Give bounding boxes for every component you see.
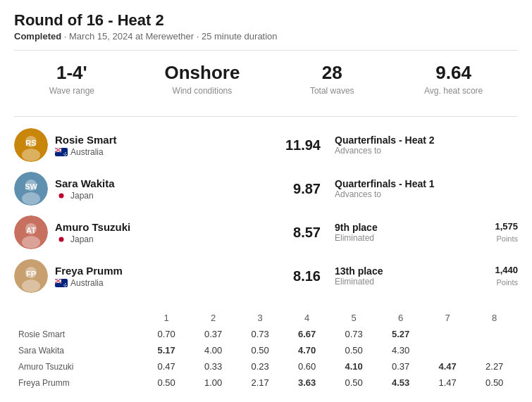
header-divider bbox=[14, 50, 518, 51]
athlete-country: Australia bbox=[55, 278, 278, 288]
athlete-name: Freya Prumm bbox=[55, 265, 278, 277]
wave-score-cell: 0.50 bbox=[471, 375, 518, 391]
stat-wave-range: 1-4' Wave range bbox=[49, 62, 94, 96]
avatar: AT bbox=[14, 215, 48, 249]
svg-point-27 bbox=[59, 237, 64, 241]
points-value: 1,575 bbox=[476, 221, 518, 232]
column-header: 3 bbox=[237, 310, 284, 326]
column-header: 1 bbox=[143, 310, 190, 326]
athlete-score: 8.57 bbox=[278, 225, 321, 241]
australia-flag-icon bbox=[55, 279, 68, 287]
wave-score-cell: 4.30 bbox=[377, 342, 424, 358]
status-badge: Completed bbox=[14, 31, 61, 42]
event-details: · March 15, 2024 at Merewether · 25 minu… bbox=[64, 31, 278, 42]
wave-score-cell: 0.23 bbox=[237, 358, 284, 375]
stat-avg-score: 9.64 Avg. heat score bbox=[424, 62, 483, 96]
table-row: Sara Wakita5.174.000.504.700.504.30 bbox=[14, 342, 518, 358]
athlete-info: Amuro Tsuzuki Japan bbox=[55, 221, 278, 244]
avatar: RS bbox=[14, 128, 48, 162]
wave-score-cell: 1.00 bbox=[190, 375, 237, 391]
svg-text:AT: AT bbox=[26, 226, 36, 234]
wave-score-cell: 4.47 bbox=[424, 358, 471, 375]
svg-point-2 bbox=[22, 149, 40, 161]
wave-score-cell bbox=[471, 342, 518, 358]
wave-score-cell: 0.50 bbox=[330, 375, 378, 391]
result-secondary: Advances to bbox=[335, 146, 476, 156]
result-primary: Quarterfinals - Heat 1 bbox=[335, 178, 476, 189]
avg-score-label: Avg. heat score bbox=[424, 86, 483, 96]
wave-score-cell: 0.50 bbox=[237, 342, 284, 358]
athlete-info: Freya Prumm Australia bbox=[55, 265, 278, 288]
athlete-name: Amuro Tsuzuki bbox=[55, 221, 278, 233]
page-title: Round of 16 - Heat 2 bbox=[14, 11, 518, 30]
column-header: 6 bbox=[377, 310, 424, 326]
japan-flag-icon bbox=[55, 235, 68, 244]
athlete-info: Sara Wakita Japan bbox=[55, 177, 278, 201]
points-label: Points bbox=[496, 278, 518, 287]
column-header: 7 bbox=[424, 310, 471, 326]
total-waves-label: Total waves bbox=[310, 86, 354, 96]
result-secondary: Eliminated bbox=[335, 277, 476, 287]
athlete-result: 13th place Eliminated bbox=[335, 265, 476, 287]
athletes-section: RS Rosie Smart Australia 11.94 Quarterfi… bbox=[14, 128, 518, 293]
wave-score-cell bbox=[424, 326, 471, 342]
wave-score-cell: 6.67 bbox=[283, 326, 330, 342]
wave-score-cell: 0.60 bbox=[283, 358, 330, 375]
wave-score-cell: 2.27 bbox=[471, 358, 518, 375]
wave-score-cell: 3.63 bbox=[283, 375, 330, 391]
svg-point-18 bbox=[22, 192, 40, 205]
table-row: Freya Prumm0.501.002.173.630.504.531.470… bbox=[14, 375, 518, 391]
stats-row: 1-4' Wave range Onshore Wind conditions … bbox=[14, 62, 518, 102]
wave-score-cell: 0.73 bbox=[237, 326, 284, 342]
athlete-name: Rosie Smart bbox=[55, 134, 278, 146]
athlete-row-name: Rosie Smart bbox=[14, 326, 143, 342]
svg-point-41 bbox=[65, 283, 66, 284]
wave-score-cell: 4.53 bbox=[377, 375, 424, 391]
athlete-row-name: Amuro Tsuzuki bbox=[14, 358, 143, 375]
wave-score-cell: 0.47 bbox=[143, 358, 190, 375]
athlete-score: 8.16 bbox=[278, 268, 321, 284]
table-row: Amuro Tsuzuki0.470.330.230.604.100.374.4… bbox=[14, 358, 518, 375]
svg-point-24 bbox=[22, 236, 40, 249]
wave-score-cell: 4.70 bbox=[283, 342, 330, 358]
wave-score-cell: 4.10 bbox=[330, 358, 378, 375]
table-row: Rosie Smart0.700.370.736.670.735.27 bbox=[14, 326, 518, 342]
page-subtitle: Completed · March 15, 2024 at Merewether… bbox=[14, 31, 518, 42]
stats-divider bbox=[14, 116, 518, 117]
result-primary: 13th place bbox=[335, 265, 476, 277]
result-primary: 9th place bbox=[335, 222, 476, 233]
svg-point-13 bbox=[65, 152, 66, 153]
wave-score-cell bbox=[424, 342, 471, 358]
stat-total-waves: 28 Total waves bbox=[310, 62, 354, 96]
athlete-row: FP Freya Prumm Australia 8.16 13th place… bbox=[14, 259, 518, 293]
athlete-row-name: Freya Prumm bbox=[14, 375, 143, 391]
wave-score-cell bbox=[471, 326, 518, 342]
total-waves-value: 28 bbox=[310, 62, 354, 84]
column-header: 4 bbox=[283, 310, 330, 326]
athlete-result: 9th place Eliminated bbox=[335, 222, 476, 243]
points-value: 1,440 bbox=[476, 265, 518, 275]
wave-score-cell: 0.37 bbox=[377, 358, 424, 375]
result-secondary: Advances to bbox=[335, 189, 476, 199]
athlete-result: Quarterfinals - Heat 1 Advances to bbox=[335, 178, 476, 199]
wave-score-cell: 0.37 bbox=[190, 326, 237, 342]
wave-score-cell: 0.50 bbox=[143, 375, 190, 391]
wind-label: Wind conditions bbox=[173, 86, 233, 96]
athlete-score: 9.87 bbox=[278, 181, 321, 197]
column-header: 2 bbox=[190, 310, 237, 326]
column-header: 8 bbox=[471, 310, 518, 326]
svg-point-21 bbox=[59, 193, 64, 198]
result-secondary: Eliminated bbox=[335, 233, 476, 243]
wave-score-cell: 1.47 bbox=[424, 375, 471, 391]
svg-point-12 bbox=[63, 153, 65, 155]
wave-score-cell: 4.00 bbox=[190, 342, 237, 358]
svg-point-15 bbox=[65, 155, 66, 156]
athlete-name: Sara Wakita bbox=[55, 177, 278, 189]
svg-text:SW: SW bbox=[25, 182, 37, 191]
wave-score-cell: 0.50 bbox=[330, 342, 378, 358]
australia-flag-icon bbox=[55, 148, 68, 156]
athlete-country: Japan bbox=[55, 234, 278, 244]
wind-value: Onshore bbox=[164, 62, 240, 84]
svg-point-14 bbox=[66, 153, 67, 155]
wave-score-cell: 5.27 bbox=[377, 326, 424, 342]
